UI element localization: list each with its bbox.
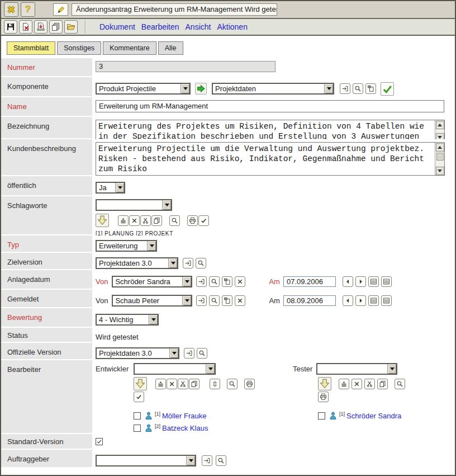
bezeichnung-textarea[interactable]: Erweiterung des Projektes um Risiken, De… (96, 120, 445, 142)
menu-aktionen[interactable]: Aktionen (217, 22, 247, 31)
delete-document-button[interactable] (19, 20, 32, 34)
schlagworte-print-button[interactable] (187, 215, 198, 226)
edit-button[interactable] (53, 3, 68, 16)
gemeldet-paste-button[interactable] (222, 295, 232, 306)
zielversion-goto-button[interactable] (183, 258, 193, 268)
entwickler-sort-button[interactable] (210, 379, 220, 389)
komponente-dropdown[interactable]: Projektdaten (212, 83, 334, 95)
menu-ansicht[interactable]: Ansicht (186, 22, 211, 31)
schlagworte-select-button[interactable] (118, 215, 129, 226)
chevron-down-icon[interactable] (186, 456, 195, 465)
chevron-down-icon[interactable] (162, 200, 171, 210)
entwickler-cut-button[interactable] (178, 379, 188, 389)
tester-insert-button[interactable] (318, 377, 331, 390)
chevron-down-icon[interactable] (182, 296, 191, 305)
gemeldet-search-button[interactable] (209, 295, 220, 306)
scroll-down-icon[interactable] (436, 167, 444, 175)
open-folder-button[interactable] (64, 20, 78, 34)
chevron-down-icon[interactable] (115, 183, 124, 192)
tab-sonstiges[interactable]: Sonstiges (57, 41, 101, 55)
oeffentlich-dropdown[interactable]: Ja (96, 182, 125, 194)
gemeldet-calendar-button[interactable] (368, 295, 379, 306)
menu-dokument[interactable]: Dokument (99, 22, 135, 31)
tab-alle[interactable]: Alle (158, 41, 183, 55)
anlagedatum-search-button[interactable] (209, 276, 220, 287)
anlagedatum-next-button[interactable] (355, 276, 366, 287)
entwickler-checkbox[interactable] (134, 425, 141, 432)
person-link[interactable]: Möller Frauke (162, 412, 206, 420)
schlagworte-apply-button[interactable] (198, 215, 209, 226)
chevron-down-icon[interactable] (387, 364, 396, 374)
chevron-down-icon[interactable] (206, 364, 215, 374)
chevron-down-icon[interactable] (180, 84, 189, 93)
offizielle-version-search-button[interactable] (197, 348, 207, 359)
zielversion-search-button[interactable] (196, 258, 206, 268)
gemeldet-clear-button[interactable] (235, 295, 245, 306)
auftraggeber-dropdown[interactable] (96, 455, 196, 466)
komponente-go-button[interactable] (195, 83, 207, 95)
gemeldet-prev-button[interactable] (343, 295, 353, 306)
scroll-up-icon[interactable] (436, 143, 444, 152)
schlagworte-cut-button[interactable] (140, 215, 151, 226)
bewertung-dropdown[interactable]: 4 - Wichtig (96, 314, 159, 326)
scroll-up-icon[interactable] (436, 121, 444, 129)
anlagedatum-von-dropdown[interactable]: Schröder Sandra (112, 276, 192, 288)
person-link[interactable]: Schröder Sandra (346, 412, 401, 420)
gemeldet-calendar2-button[interactable] (381, 295, 392, 306)
entwickler-select-button[interactable] (155, 379, 166, 389)
zielversion-dropdown[interactable]: Projektdaten 3.0 (96, 257, 178, 269)
entwickler-print-button[interactable] (244, 379, 255, 389)
komponente-confirm-button[interactable] (381, 82, 394, 96)
anlagedatum-goto-button[interactable] (196, 276, 207, 287)
entwickler-copy-button[interactable] (189, 379, 200, 389)
entwickler-remove-button[interactable] (167, 379, 177, 389)
gemeldet-next-button[interactable] (355, 295, 366, 306)
entwickler-insert-button[interactable] (134, 377, 147, 390)
tester-cut-button[interactable] (364, 379, 375, 389)
tester-remove-button[interactable] (352, 379, 362, 389)
tester-search-button[interactable] (395, 379, 405, 389)
auftraggeber-goto-button[interactable] (202, 455, 212, 466)
chevron-down-icon[interactable] (324, 84, 333, 93)
auftraggeber-search-button[interactable] (216, 455, 226, 466)
schlagworte-dropdown[interactable] (96, 199, 172, 211)
entwickler-search-button[interactable] (227, 379, 238, 389)
tester-select-button[interactable] (339, 379, 349, 389)
typ-dropdown[interactable]: Erweiterung (96, 240, 157, 252)
kundenbeschreibung-textarea[interactable]: Erweiterung Projectile um die Verwaltung… (96, 142, 445, 176)
chevron-down-icon[interactable] (182, 277, 191, 286)
komponente-search-button[interactable] (353, 83, 363, 94)
checkin-document-button[interactable] (34, 20, 48, 34)
close-button[interactable] (4, 2, 18, 17)
tester-print-button[interactable] (318, 392, 329, 402)
entwickler-checkbox[interactable] (134, 412, 141, 420)
offizielle-version-goto-button[interactable] (184, 348, 194, 359)
anlagedatum-clear-button[interactable] (235, 276, 245, 287)
tester-checkbox[interactable] (318, 412, 325, 420)
chevron-down-icon[interactable] (149, 315, 158, 324)
name-input[interactable]: Erweiterung um RM-Management (96, 100, 444, 112)
tab-stammblatt[interactable]: Stammblatt (7, 41, 55, 55)
schlagworte-copy-button[interactable] (151, 215, 162, 226)
gemeldet-goto-button[interactable] (196, 295, 207, 306)
anlagedatum-prev-button[interactable] (343, 276, 353, 287)
help-button[interactable]: ? (21, 2, 35, 17)
anlagedatum-calendar-button[interactable] (368, 276, 379, 287)
menu-bearbeiten[interactable]: Bearbeiten (141, 22, 179, 31)
schlagworte-insert-button[interactable] (96, 214, 109, 227)
gemeldet-von-dropdown[interactable]: Schaub Peter (112, 295, 192, 307)
standard-version-checkbox[interactable] (96, 438, 103, 445)
copy-document-button[interactable] (49, 20, 63, 34)
schlagworte-search-button[interactable] (169, 215, 180, 226)
person-link[interactable]: Batzeck Klaus (162, 424, 208, 432)
anlagedatum-calendar2-button[interactable] (381, 276, 392, 287)
tab-kommentare[interactable]: Kommentare (103, 41, 156, 55)
scrollbar-thumb[interactable] (436, 153, 444, 161)
gemeldet-date-input[interactable]: 08.09.2006 (283, 295, 336, 306)
offizielle-version-dropdown[interactable]: Projektdaten 3.0 (96, 347, 179, 359)
chevron-down-icon[interactable] (169, 348, 178, 358)
anlagedatum-paste-button[interactable] (222, 276, 232, 287)
save-button[interactable] (4, 20, 17, 34)
anlagedatum-date-input[interactable]: 07.09.2006 (283, 276, 336, 287)
komponente-paste-button[interactable] (365, 83, 376, 94)
